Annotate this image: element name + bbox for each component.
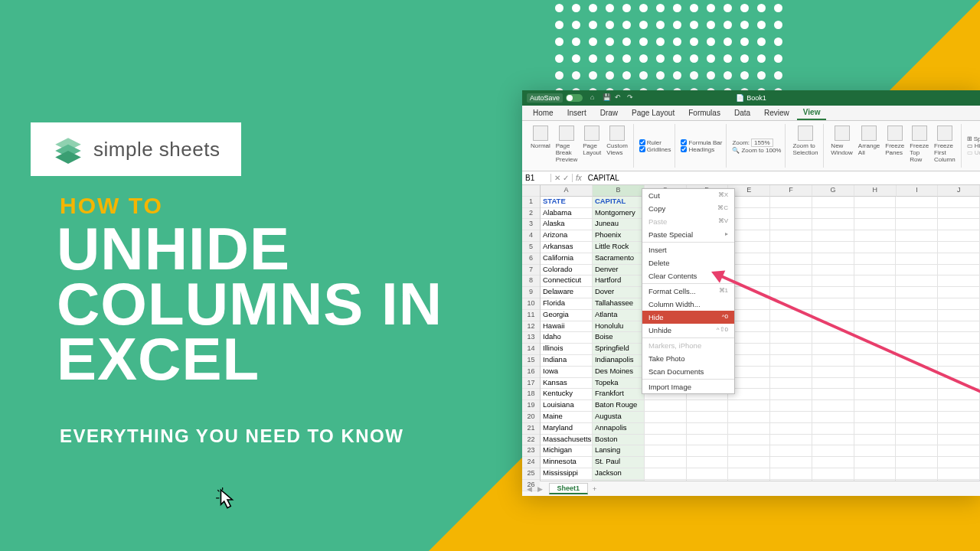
cell[interactable]: Michigan (541, 445, 593, 457)
cell[interactable] (812, 344, 854, 355)
cell[interactable] (896, 344, 938, 355)
cell[interactable] (770, 355, 812, 367)
cell[interactable] (770, 423, 812, 435)
cell[interactable] (687, 412, 729, 423)
row-header[interactable]: 6 (522, 253, 540, 265)
redo-icon[interactable]: ↷ (627, 93, 636, 103)
cell[interactable] (854, 287, 897, 298)
row-header[interactable]: 5 (522, 242, 540, 253)
menu-paste-special[interactable]: Paste Special▸ (642, 228, 734, 241)
cell[interactable] (938, 310, 980, 321)
cell[interactable] (938, 265, 980, 276)
cell[interactable] (770, 445, 812, 457)
cell[interactable] (938, 480, 980, 481)
menu-insert[interactable]: Insert (642, 243, 734, 256)
cell[interactable]: Arizona (541, 230, 593, 242)
tab-home[interactable]: Home (527, 106, 560, 119)
cell[interactable]: Juneau (593, 219, 645, 230)
custom-views-button[interactable]: Custom Views (605, 124, 629, 165)
cell[interactable] (854, 219, 897, 230)
cell[interactable] (896, 412, 938, 423)
cell[interactable] (896, 197, 938, 208)
cell[interactable] (728, 445, 770, 457)
row-header[interactable]: 22 (522, 435, 540, 446)
split-button[interactable]: ⊞Split (967, 135, 980, 142)
cell[interactable] (812, 378, 854, 390)
cell[interactable]: Minnesota (541, 457, 593, 468)
cell[interactable] (812, 276, 854, 287)
cell[interactable] (854, 468, 897, 480)
cell[interactable] (770, 242, 812, 253)
col-header-a[interactable]: A (541, 185, 593, 197)
cell[interactable] (896, 423, 938, 435)
cell[interactable] (770, 332, 812, 344)
cell[interactable] (938, 344, 980, 355)
col-header-g[interactable]: G (812, 185, 854, 197)
cell[interactable]: Georgia (541, 310, 593, 321)
cell[interactable] (854, 367, 897, 378)
cell[interactable] (770, 265, 812, 276)
row-header[interactable]: 18 (522, 389, 540, 400)
cell[interactable]: Idaho (541, 332, 593, 344)
cell[interactable] (770, 276, 812, 287)
sheet-nav[interactable]: ◀ ▶ (527, 485, 544, 493)
cell[interactable] (854, 242, 897, 253)
cell[interactable] (812, 468, 854, 480)
row-header[interactable]: 12 (522, 321, 540, 333)
cell[interactable] (728, 457, 770, 468)
cell[interactable]: Tallahassee (593, 298, 645, 310)
cell[interactable] (770, 253, 812, 265)
cell[interactable] (812, 197, 854, 208)
cell[interactable] (854, 445, 897, 457)
fx-icon[interactable]: fx (573, 174, 585, 182)
cell[interactable]: Massachusetts (541, 435, 593, 446)
menu-copy[interactable]: Copy⌘C (642, 202, 734, 215)
cell[interactable]: Hawaii (541, 321, 593, 333)
cell[interactable] (896, 389, 938, 400)
menu-unhide[interactable]: Unhide^⇧0 (642, 324, 734, 337)
cell[interactable] (854, 378, 897, 390)
cell[interactable] (938, 389, 980, 400)
cell[interactable] (896, 208, 938, 220)
cell[interactable]: Jackson (593, 468, 645, 480)
cell[interactable] (770, 219, 812, 230)
gridlines-checkbox[interactable]: Gridlines (639, 146, 671, 153)
cell[interactable]: Kansas (541, 378, 593, 390)
cell[interactable] (687, 423, 729, 435)
cell[interactable] (770, 457, 812, 468)
cell[interactable]: St. Paul (593, 457, 645, 468)
cell[interactable] (687, 445, 729, 457)
cell[interactable] (770, 230, 812, 242)
cell[interactable] (896, 457, 938, 468)
cell[interactable]: Louisiana (541, 400, 593, 412)
cell[interactable] (687, 435, 729, 446)
freeze-first-col-button[interactable]: Freeze First Column (933, 124, 957, 165)
row-header[interactable]: 10 (522, 298, 540, 310)
cell[interactable] (687, 457, 729, 468)
menu-scan-documents[interactable]: Scan Documents (642, 365, 734, 378)
row-header[interactable]: 13 (522, 332, 540, 344)
name-box[interactable]: B1 (522, 174, 551, 182)
menu-import-image[interactable]: Import Image (642, 380, 734, 393)
cell[interactable] (938, 445, 980, 457)
cell[interactable] (770, 480, 812, 481)
cell[interactable] (687, 480, 729, 481)
cell[interactable]: Mississippi (541, 468, 593, 480)
cell[interactable] (896, 435, 938, 446)
cell[interactable] (770, 400, 812, 412)
cell[interactable] (812, 400, 854, 412)
cell[interactable] (896, 332, 938, 344)
cell[interactable]: Alabama (541, 208, 593, 220)
cell[interactable] (770, 344, 812, 355)
cell[interactable] (812, 208, 854, 220)
cell[interactable] (812, 445, 854, 457)
row-header[interactable]: 8 (522, 276, 540, 287)
row-header[interactable]: 1 (522, 197, 540, 208)
col-header-i[interactable]: I (897, 185, 939, 197)
cell[interactable] (896, 310, 938, 321)
cell[interactable] (896, 265, 938, 276)
headings-checkbox[interactable]: Headings (681, 146, 722, 153)
cell[interactable]: Colorado (541, 265, 593, 276)
cell[interactable]: Illinois (541, 344, 593, 355)
cell[interactable] (812, 367, 854, 378)
